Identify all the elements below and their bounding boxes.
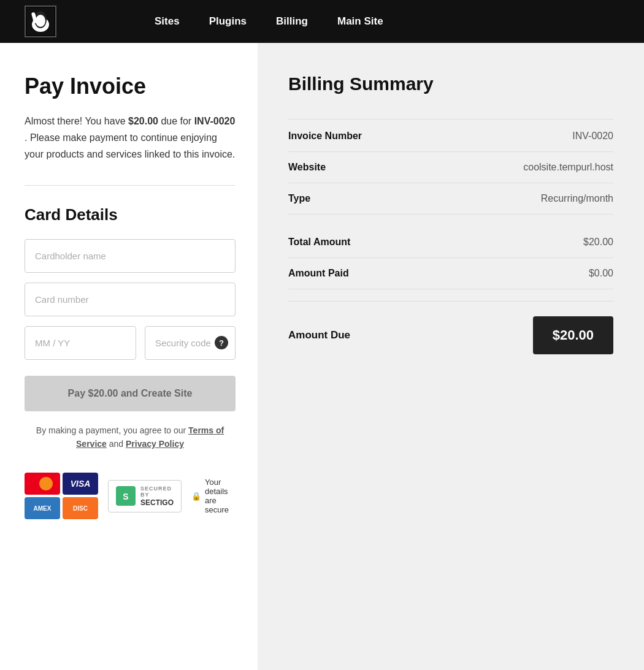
desc-amount: $20.00 — [128, 116, 158, 126]
card-number-group — [25, 283, 236, 316]
mc-orange-circle — [39, 477, 53, 490]
desc-suffix: . Please make payment to continue enjoyi… — [25, 132, 235, 159]
logo — [25, 6, 56, 37]
page-title: Pay Invoice — [25, 74, 236, 99]
card-details-title: Card Details — [25, 205, 236, 224]
invoice-label: Invoice Number — [288, 131, 362, 142]
security-help-icon[interactable]: ? — [215, 336, 228, 349]
desc-invoice: INV-0020 — [194, 116, 236, 126]
sectigo-badge: S SECURED BY SECTIGO — [108, 480, 182, 512]
nav-main-site[interactable]: Main Site — [337, 15, 383, 28]
right-panel: Billing Summary Invoice Number INV-0020 … — [258, 43, 644, 670]
svg-text:S: S — [123, 492, 128, 501]
secure-label: 🔒 Your details are secure — [191, 478, 236, 514]
paid-value: $0.00 — [589, 268, 613, 279]
pay-description: Almost there! You have $20.00 due for IN… — [25, 113, 236, 163]
left-panel: Pay Invoice Almost there! You have $20.0… — [0, 43, 258, 670]
card-icons: VISA AMEX DISC — [25, 473, 98, 519]
expiry-security-row: ? — [25, 326, 236, 360]
due-label: Amount Due — [288, 329, 350, 341]
navbar: Sites Plugins Billing Main Site — [0, 0, 644, 43]
badges-row: VISA AMEX DISC S SECURED BY SECTIGO 🔒 — [25, 473, 236, 519]
visa-icon: VISA — [63, 473, 98, 495]
sectigo-logo: S — [116, 486, 136, 506]
website-label: Website — [288, 162, 326, 173]
billing-row-invoice: Invoice Number INV-0020 — [288, 119, 613, 152]
lock-icon: 🔒 — [191, 492, 201, 501]
amount-due-row: Amount Due $20.00 — [288, 302, 613, 369]
privacy-policy-link[interactable]: Privacy Policy — [126, 439, 184, 449]
billing-table: Invoice Number INV-0020 Website coolsite… — [288, 119, 613, 369]
billing-row-website: Website coolsite.tempurl.host — [288, 152, 613, 183]
nav-plugins[interactable]: Plugins — [209, 15, 247, 28]
billing-row-total: Total Amount $20.00 — [288, 227, 613, 258]
invoice-value: INV-0020 — [572, 131, 613, 142]
amex-icon: AMEX — [25, 497, 60, 519]
total-value: $20.00 — [583, 237, 613, 248]
billing-row-type: Type Recurring/month — [288, 183, 613, 215]
table-gap — [288, 215, 613, 227]
desc-prefix: Almost there! You have — [25, 116, 128, 126]
billing-summary-title: Billing Summary — [288, 74, 613, 94]
discover-icon: DISC — [63, 497, 98, 519]
expiry-input[interactable] — [25, 326, 136, 360]
divider — [25, 185, 236, 186]
main-layout: Pay Invoice Almost there! You have $20.0… — [0, 43, 644, 670]
security-wrapper: ? — [145, 326, 236, 360]
card-number-input[interactable] — [25, 283, 236, 316]
table-gap-2 — [288, 289, 613, 302]
desc-middle: due for — [158, 116, 194, 126]
amount-due-button: $20.00 — [533, 316, 613, 354]
cardholder-group — [25, 239, 236, 273]
cardholder-input[interactable] — [25, 239, 236, 273]
type-label: Type — [288, 193, 310, 204]
paid-label: Amount Paid — [288, 268, 349, 279]
mastercard-icon — [25, 473, 60, 495]
billing-row-paid: Amount Paid $0.00 — [288, 258, 613, 289]
type-value: Recurring/month — [541, 193, 613, 204]
terms-and: and — [107, 439, 126, 449]
website-value: coolsite.tempurl.host — [523, 162, 613, 173]
nav-billing[interactable]: Billing — [276, 15, 308, 28]
nav-sites[interactable]: Sites — [155, 15, 180, 28]
nav-links: Sites Plugins Billing Main Site — [155, 15, 383, 28]
terms-prefix: By making a payment, you agree to our — [36, 425, 188, 435]
terms-text: By making a payment, you agree to our Te… — [25, 424, 236, 451]
total-label: Total Amount — [288, 237, 350, 248]
pay-button[interactable]: Pay $20.00 and Create Site — [25, 376, 236, 411]
